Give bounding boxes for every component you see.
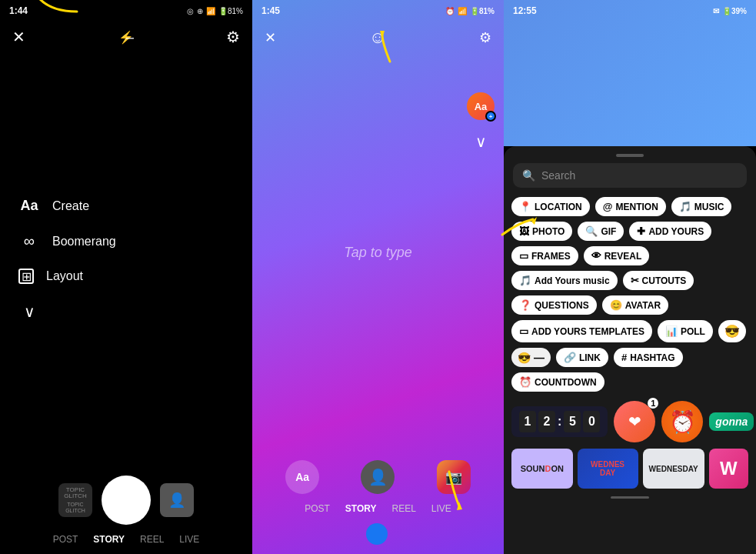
top-bar-1: ✕ ⚡̶ ⚙: [0, 22, 252, 52]
tab-live-1[interactable]: LIVE: [179, 534, 199, 545]
sticker-tag-add-yours-music[interactable]: 🎵 Add Yours music: [511, 271, 618, 290]
countdown-d4: 0: [583, 411, 600, 432]
svg-marker-3: [531, 217, 537, 225]
create-text-icon: Aa: [18, 198, 40, 214]
chevron-down-icon-2[interactable]: ∨: [475, 132, 487, 151]
create-label: Create: [52, 199, 89, 213]
sticker-tag-link[interactable]: 🔗 LINK: [556, 348, 608, 367]
tab-post-2[interactable]: POST: [305, 503, 330, 514]
layout-label: Layout: [46, 269, 83, 283]
tab-reel-1[interactable]: REEL: [140, 534, 164, 545]
text-tool[interactable]: Aa: [285, 460, 319, 494]
sticker-tag-reveal[interactable]: 👁 REVEAL: [584, 246, 650, 265]
time-2: 1:45: [261, 5, 280, 16]
countdown-d2: 2: [538, 411, 555, 432]
menu-item-layout[interactable]: ⊞ Layout: [18, 269, 234, 284]
heart-count: 1: [648, 398, 658, 409]
tab-story-1[interactable]: STORY: [93, 534, 125, 545]
camera-controls: TOPICGLITCH TOPICGLITCH 👤: [12, 476, 240, 525]
sticker-tag-music[interactable]: 🎵 MUSIC: [671, 197, 732, 216]
sticker-wednesday1[interactable]: WEDNESDAY: [578, 449, 638, 489]
sticker-w-letter[interactable]: W: [709, 449, 748, 489]
clock-sticker: ⏰: [661, 401, 703, 442]
countdown-d1: 1: [519, 411, 536, 432]
sticker-soundon[interactable]: SOUNDON: [511, 449, 573, 489]
settings-icon-2[interactable]: ⚙: [479, 29, 491, 46]
flash-off-icon[interactable]: ⚡̶: [118, 30, 134, 45]
sticker-search-bar[interactable]: 🔍 Search: [513, 163, 747, 188]
sticker-tag-questions[interactable]: ❓ QUESTIONS: [511, 295, 597, 315]
settings-icon[interactable]: ⚙: [226, 28, 240, 46]
layout-icon: ⊞: [18, 269, 34, 284]
tab-story-2[interactable]: STORY: [345, 503, 377, 514]
svg-marker-1: [380, 31, 385, 38]
story-canvas[interactable]: Tap to type: [252, 54, 504, 451]
sticker-tag-poll[interactable]: 📊 POLL: [658, 320, 713, 342]
panel-camera: 1:44 ◎ ⊕ 📶 🔋81% ✕ ⚡̶ ⚙ Aa Create ∞ Boome…: [0, 0, 252, 554]
sticker-row-2: SOUNDON WEDNESDAY WEDNESDAY W: [504, 449, 756, 493]
search-icon: 🔍: [522, 169, 535, 182]
menu-item-create[interactable]: Aa Create: [18, 198, 234, 214]
chevron-down-icon: ∨: [18, 302, 40, 321]
yellow-arrow-blue-dot: [438, 468, 476, 514]
menu-item-more[interactable]: ∨: [18, 302, 234, 321]
bottom-indicator: [611, 496, 649, 499]
time-3: 12:55: [513, 5, 537, 16]
sticker-tag-hashtag[interactable]: # HASHTAG: [614, 348, 683, 367]
camera-menu: Aa Create ∞ Boomerang ⊞ Layout ∨: [0, 52, 252, 466]
sticker-tag-list: 📍 LOCATION @ MENTION 🎵 MUSIC 🖼 PHOTO 🔍 G…: [504, 194, 756, 395]
avatar-badge: +: [485, 111, 496, 122]
bottom-bar-1: TOPICGLITCH TOPICGLITCH 👤 POST STORY REE…: [0, 466, 252, 554]
gallery-thumb[interactable]: 👤: [160, 483, 194, 517]
countdown-d3: 5: [564, 411, 581, 432]
sticker-tag-avatar[interactable]: 😊 AVATAR: [602, 295, 668, 315]
heart-sticker: ❤ 1: [614, 401, 655, 442]
sticker-tag-frames[interactable]: ▭ FRAMES: [511, 246, 578, 265]
panel-sticker-tray: 12:55 ✉ 🔋39% 🔍 Search 📍 LOCATION @ MENTI…: [504, 0, 756, 554]
tab-post-1[interactable]: POST: [53, 534, 78, 545]
editor-bottom-bar: Aa 👤 📷 POST STORY REEL LIVE: [252, 451, 504, 554]
sticker-clock-preview[interactable]: ⏰: [661, 401, 703, 442]
status-bar-3: 12:55 ✉ 🔋39%: [504, 0, 756, 22]
sticker-tag-countdown[interactable]: ⏰ COUNTDOWN: [511, 372, 604, 392]
avatar-sticker[interactable]: Aa +: [467, 92, 495, 120]
status-icons-1: ◎ ⊕ 📶 🔋81%: [187, 7, 243, 15]
close-icon-2[interactable]: ✕: [265, 29, 276, 46]
sticker-tag-emoji[interactable]: 😎: [718, 320, 746, 342]
sticker-tray: 🔍 Search 📍 LOCATION @ MENTION 🎵 MUSIC: [504, 146, 756, 554]
tap-to-type-label: Tap to type: [344, 245, 411, 261]
sticker-heart-preview[interactable]: ❤ 1: [614, 401, 655, 442]
sticker-tag-add-yours-templates[interactable]: ▭ ADD YOURS TEMPLATES: [511, 320, 652, 342]
profile-tool[interactable]: 👤: [361, 460, 395, 494]
yellow-arrow-addyours: [504, 200, 541, 239]
boomerang-label: Boomerang: [52, 235, 116, 249]
search-input[interactable]: Search: [541, 169, 575, 182]
status-bar-2: 1:45 ⏰ 📶 🔋81%: [252, 0, 504, 22]
panel-story-editor: 1:45 ⏰ 📶 🔋81% ✕ ☺ ⚙ Tap to type Aa + ∨ A…: [252, 0, 504, 554]
sticker-tag-gif[interactable]: 🔍 GIF: [578, 222, 624, 241]
sticker-wednesday2[interactable]: WEDNESDAY: [643, 449, 704, 489]
gonna-sticker: gonna: [709, 412, 754, 431]
right-tools: Aa + ∨: [467, 92, 495, 151]
sticker-gonna-preview[interactable]: gonna: [709, 401, 754, 442]
shutter-button[interactable]: [102, 476, 151, 525]
status-icons-3: ✉ 🔋39%: [713, 7, 747, 15]
next-button[interactable]: [366, 523, 388, 545]
sticker-tag-emoji-face[interactable]: 😎 —: [511, 348, 551, 367]
drag-handle[interactable]: [616, 154, 644, 157]
close-icon[interactable]: ✕: [12, 28, 25, 46]
sticker-tag-cutouts[interactable]: ✂ CUTOUTS: [623, 271, 694, 290]
nav-tabs-1: POST STORY REEL LIVE: [12, 534, 240, 545]
recent-photo-thumb[interactable]: TOPICGLITCH TOPICGLITCH: [58, 483, 92, 517]
sticker-countdown-preview[interactable]: 1 2 : 5 0: [511, 406, 608, 437]
tab-reel-2[interactable]: REEL: [391, 503, 415, 514]
story-preview-image: [504, 0, 756, 146]
sticker-tag-add-yours[interactable]: ✚ ADD YOURS: [629, 222, 711, 241]
yellow-arrow-create: [23, 0, 85, 15]
yellow-arrow-sticker: [363, 27, 401, 65]
boomerang-icon: ∞: [18, 232, 40, 250]
menu-item-boomerang[interactable]: ∞ Boomerang: [18, 232, 234, 250]
sticker-tag-mention[interactable]: @ MENTION: [595, 197, 666, 216]
status-icons-2: ⏰ 📶 🔋81%: [445, 7, 495, 15]
